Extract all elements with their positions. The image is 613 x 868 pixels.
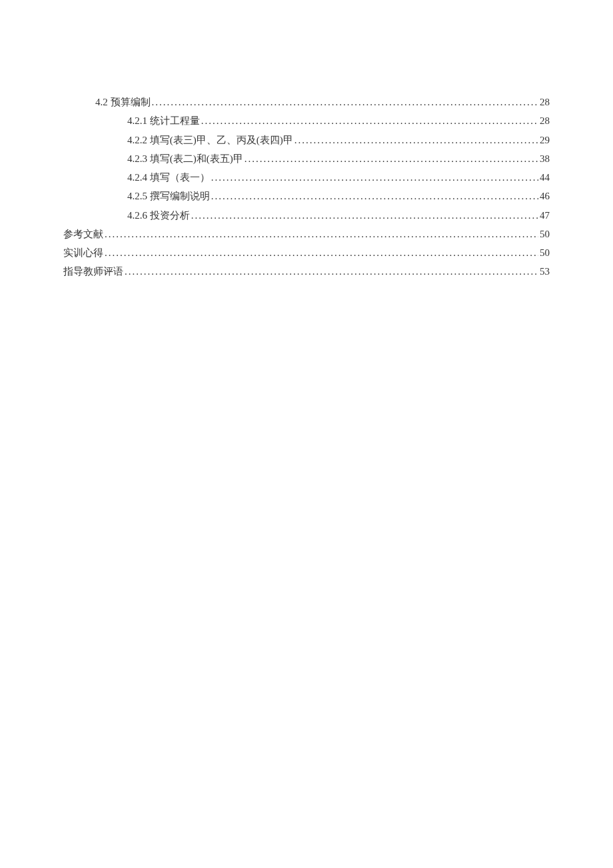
toc-page-number: 38 <box>540 150 550 167</box>
table-of-contents: 4.2 预算编制 28 4.2.1 统计工程量 28 4.2.2 填写(表三)甲… <box>63 93 550 281</box>
toc-page-number: 28 <box>540 112 550 129</box>
toc-page-number: 50 <box>540 225 550 243</box>
toc-leader-dots <box>201 112 538 129</box>
toc-label: 4.2.6 投资分析 <box>127 207 190 224</box>
toc-entry: 实训心得 50 <box>63 244 550 261</box>
toc-leader-dots <box>125 263 538 280</box>
toc-entry: 4.2.4 填写（表一） 44 <box>63 169 550 186</box>
toc-page-number: 44 <box>540 169 550 186</box>
toc-label: 指导教师评语 <box>63 263 123 280</box>
toc-entry: 4.2.3 填写(表二)和(表五)甲 38 <box>63 150 550 167</box>
toc-page-number: 46 <box>540 187 550 205</box>
toc-leader-dots <box>245 150 538 167</box>
toc-entry: 指导教师评语 53 <box>63 263 550 280</box>
toc-entry: 4.2.2 填写(表三)甲、乙、丙及(表四)甲 29 <box>63 131 550 149</box>
toc-page-number: 29 <box>540 131 550 149</box>
toc-leader-dots <box>191 207 538 224</box>
toc-label: 参考文献 <box>63 225 103 243</box>
toc-page-number: 50 <box>540 244 550 261</box>
toc-label: 4.2.1 统计工程量 <box>127 112 200 129</box>
toc-label: 4.2.2 填写(表三)甲、乙、丙及(表四)甲 <box>127 131 293 149</box>
toc-leader-dots <box>211 169 538 186</box>
toc-entry: 4.2.5 撰写编制说明 46 <box>63 187 550 205</box>
toc-leader-dots <box>211 187 538 205</box>
toc-leader-dots <box>105 244 538 261</box>
toc-page-number: 53 <box>540 263 550 280</box>
toc-leader-dots <box>152 93 539 111</box>
toc-label: 4.2.5 撰写编制说明 <box>127 187 210 205</box>
toc-label: 4.2.4 填写（表一） <box>127 169 210 186</box>
toc-page-number: 28 <box>540 93 550 111</box>
toc-leader-dots <box>105 225 538 243</box>
toc-entry: 4.2.1 统计工程量 28 <box>63 112 550 129</box>
toc-entry: 4.2 预算编制 28 <box>63 93 550 111</box>
toc-page-number: 47 <box>540 207 550 224</box>
toc-entry: 4.2.6 投资分析 47 <box>63 207 550 224</box>
toc-entry: 参考文献 50 <box>63 225 550 243</box>
toc-leader-dots <box>295 131 538 149</box>
toc-label: 实训心得 <box>63 244 103 261</box>
toc-label: 4.2 预算编制 <box>95 93 151 111</box>
toc-label: 4.2.3 填写(表二)和(表五)甲 <box>127 150 243 167</box>
